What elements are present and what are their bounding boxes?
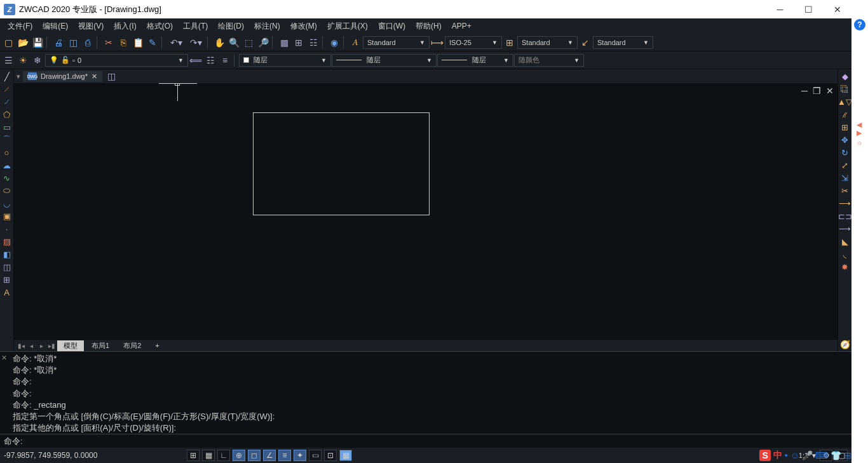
redo-button[interactable]: ↷▾ bbox=[186, 36, 205, 50]
model-toggle[interactable]: ⊡ bbox=[324, 450, 337, 461]
mirror-icon[interactable]: ▲▽ bbox=[839, 96, 851, 107]
move-icon[interactable]: ✥ bbox=[839, 134, 851, 145]
explode-icon[interactable]: ✸ bbox=[839, 261, 851, 272]
tab-model[interactable]: 模型 bbox=[57, 340, 84, 351]
tab-prev-icon[interactable]: ◂ bbox=[27, 342, 36, 349]
xline-icon[interactable]: ⟋ bbox=[1, 83, 13, 95]
ortho-toggle[interactable]: ∟ bbox=[217, 450, 230, 461]
join-icon[interactable]: ⟶ bbox=[839, 223, 851, 234]
circle-icon[interactable]: ○ bbox=[1, 147, 13, 158]
menu-ext[interactable]: 扩展工具(X) bbox=[322, 19, 373, 34]
matchprop-button[interactable]: ✎ bbox=[146, 36, 159, 50]
extend-icon[interactable]: ⟶ bbox=[839, 198, 851, 209]
tab-add[interactable]: + bbox=[149, 341, 165, 350]
rotate-icon[interactable]: ↻ bbox=[839, 147, 851, 158]
menu-app[interactable]: APP+ bbox=[447, 20, 477, 32]
menu-modify[interactable]: 修改(M) bbox=[285, 19, 322, 34]
cycle-toggle[interactable]: ▭ bbox=[309, 450, 322, 461]
fillet-icon[interactable]: ◟ bbox=[839, 248, 851, 260]
minimize-button[interactable]: ─ bbox=[766, 0, 794, 18]
block-icon[interactable]: ▣ bbox=[1, 210, 13, 222]
erase-icon[interactable]: ◆ bbox=[839, 70, 851, 82]
menu-window[interactable]: 窗口(W) bbox=[373, 19, 410, 34]
textstyle-icon[interactable]: 𝐴 bbox=[348, 36, 362, 50]
menu-format[interactable]: 格式(O) bbox=[142, 19, 178, 34]
publish-button[interactable]: ⎙ bbox=[81, 36, 95, 50]
cmd-close-icon[interactable]: ✕ bbox=[1, 353, 7, 363]
calc-button[interactable]: ⊞ bbox=[292, 36, 306, 50]
new-button[interactable]: ▢ bbox=[1, 36, 15, 50]
tab-next-icon[interactable]: ▸ bbox=[37, 342, 46, 349]
mleaderstyle-icon[interactable]: ↙ bbox=[578, 36, 592, 50]
menu-file[interactable]: 文件(F) bbox=[3, 19, 37, 34]
ime-skin-icon[interactable]: 👕 bbox=[831, 450, 841, 460]
preview-button[interactable]: ◫ bbox=[66, 36, 80, 50]
spline-icon[interactable]: ∿ bbox=[1, 172, 13, 184]
tab-dropdown-icon[interactable]: ▾ bbox=[17, 72, 20, 81]
rect-icon[interactable]: ▭ bbox=[1, 121, 13, 133]
scale-icon[interactable]: ⤢ bbox=[839, 159, 851, 171]
ime-mic-icon[interactable]: 🎤 bbox=[802, 450, 813, 460]
otrack-toggle[interactable]: ∠ bbox=[263, 450, 276, 461]
help-button[interactable]: ◉ bbox=[327, 36, 341, 50]
mleaderstyle-dropdown[interactable]: Standard▼ bbox=[593, 36, 653, 49]
maximize-button[interactable]: ☐ bbox=[794, 0, 823, 18]
dimstyle-icon[interactable]: ⟼ bbox=[430, 36, 444, 50]
region-icon[interactable]: ◫ bbox=[1, 261, 13, 272]
cut-button[interactable]: ✂ bbox=[102, 36, 116, 50]
save-button[interactable]: 💾 bbox=[31, 36, 44, 50]
pline-icon[interactable]: ⟋ bbox=[1, 96, 13, 107]
paste-button[interactable]: 📋 bbox=[131, 36, 145, 50]
new-tab-button[interactable]: ◫ bbox=[105, 69, 119, 83]
gradient-icon[interactable]: ◧ bbox=[1, 248, 13, 260]
props-button[interactable]: ☷ bbox=[306, 36, 320, 50]
pan-button[interactable]: ✋ bbox=[212, 36, 226, 50]
layerwalk-button[interactable]: ≡ bbox=[218, 53, 232, 67]
zoom-win-button[interactable]: ⬚ bbox=[241, 36, 255, 50]
nav-icon[interactable]: 🧭 bbox=[839, 339, 851, 350]
ellipsearc-icon[interactable]: ◡ bbox=[1, 198, 13, 209]
ime-lang-button[interactable]: 中 bbox=[773, 450, 782, 461]
misc-toggle[interactable]: ▦ bbox=[339, 450, 352, 461]
tab-last-icon[interactable]: ▸▮ bbox=[47, 342, 56, 349]
help-bubble-icon[interactable]: ? bbox=[854, 19, 865, 30]
color-dropdown[interactable]: 随层▼ bbox=[239, 54, 331, 67]
snap-toggle[interactable]: ⊞ bbox=[187, 450, 200, 461]
polar-toggle[interactable]: ⊕ bbox=[233, 450, 245, 461]
tab-layout2[interactable]: 布局2 bbox=[117, 340, 147, 351]
drawing-canvas[interactable]: ─ ❐ ✕ bbox=[14, 83, 837, 340]
ime-keyboard-icon[interactable]: ⌨ bbox=[815, 450, 828, 460]
open-button[interactable]: 📂 bbox=[16, 36, 30, 50]
tab-first-icon[interactable]: ▮◂ bbox=[17, 342, 25, 349]
layerstate-button[interactable]: ☷ bbox=[203, 53, 217, 67]
textstyle-dropdown[interactable]: Standard▼ bbox=[363, 36, 430, 49]
table-icon[interactable]: ⊞ bbox=[1, 274, 13, 285]
mdi-close-icon[interactable]: ✕ bbox=[826, 86, 834, 96]
table-button[interactable]: ▦ bbox=[277, 36, 291, 50]
menu-view[interactable]: 视图(V) bbox=[73, 19, 109, 34]
close-button[interactable]: ✕ bbox=[823, 0, 851, 18]
ellipse-icon[interactable]: ⬭ bbox=[1, 185, 13, 196]
command-input[interactable] bbox=[25, 436, 848, 446]
chamfer-icon[interactable]: ◣ bbox=[839, 236, 851, 247]
point-icon[interactable]: · bbox=[1, 223, 13, 234]
stretch-icon[interactable]: ⇲ bbox=[839, 172, 851, 184]
menu-dim[interactable]: 标注(N) bbox=[249, 19, 285, 34]
dyn-toggle[interactable]: ✦ bbox=[294, 450, 306, 461]
zoom-rt-button[interactable]: 🔍 bbox=[227, 36, 241, 50]
ltype-dropdown[interactable]: 随层▼ bbox=[332, 54, 437, 67]
break-icon[interactable]: ⊏⊐ bbox=[839, 210, 851, 222]
menu-draw[interactable]: 绘图(D) bbox=[213, 19, 249, 34]
command-line[interactable]: 命令: bbox=[0, 434, 851, 448]
undo-button[interactable]: ↶▾ bbox=[166, 36, 186, 50]
menu-tools[interactable]: 工具(T) bbox=[178, 19, 213, 34]
doc-tab-drawing1[interactable]: DWG Drawing1.dwg* ✕ bbox=[23, 71, 102, 82]
dimstyle-dropdown[interactable]: ISO-25▼ bbox=[445, 36, 502, 49]
polygon-icon[interactable]: ⬠ bbox=[1, 109, 13, 120]
arc-icon[interactable]: ⌒ bbox=[1, 134, 13, 145]
mdi-minimize-icon[interactable]: ─ bbox=[801, 86, 808, 96]
lwt-toggle[interactable]: ≡ bbox=[278, 450, 291, 461]
grid-toggle[interactable]: ▦ bbox=[202, 450, 215, 461]
layermanager-button[interactable]: ☰ bbox=[1, 53, 15, 67]
copy-mod-icon[interactable]: ⿻ bbox=[839, 83, 851, 95]
